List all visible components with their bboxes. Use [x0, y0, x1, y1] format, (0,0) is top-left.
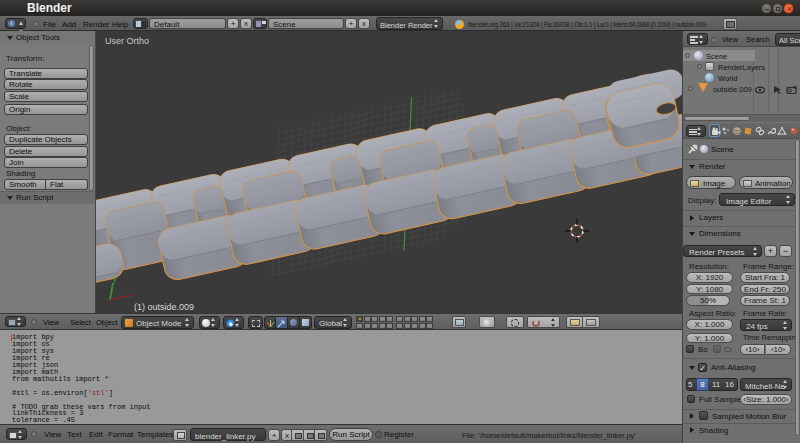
svg-text:(1) outside.009: (1) outside.009: [134, 302, 194, 312]
svg-text:User Ortho: User Ortho: [105, 36, 149, 46]
svg-text:y: y: [113, 276, 117, 284]
